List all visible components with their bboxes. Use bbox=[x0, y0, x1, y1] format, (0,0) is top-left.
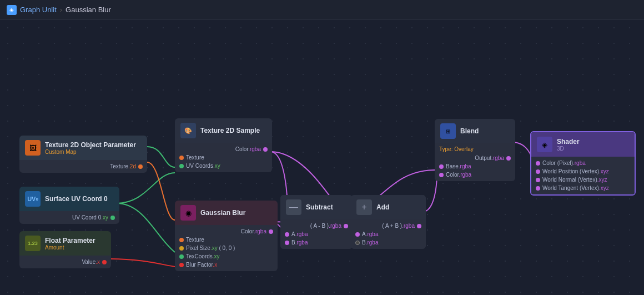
blend-base-label: Base.rgba bbox=[446, 163, 471, 169]
float-param-icon: 1.23 bbox=[25, 236, 41, 251]
add-out-label: ( A + B ).rgba bbox=[382, 223, 415, 229]
add-a-in bbox=[355, 232, 360, 237]
breadcrumb-current: Gaussian Blur bbox=[66, 6, 111, 14]
surface-uv-icon: UV0 bbox=[25, 191, 41, 207]
node-surface-uv[interactable]: UV0 Surface UV Coord 0 UV Coord 0.xy bbox=[19, 187, 119, 224]
texture2d-object-title: Texture 2D Object Parameter bbox=[45, 141, 136, 149]
add-b-in bbox=[355, 241, 360, 245]
texture2d-object-out-port bbox=[138, 164, 143, 169]
gaussian-blur-texture-in bbox=[179, 238, 184, 242]
node-float-parameter[interactable]: 1.23 Float Parameter Amount Value.x bbox=[19, 231, 111, 268]
blend-out-label: Output.rgba bbox=[475, 155, 504, 161]
blend-out bbox=[506, 156, 511, 161]
breadcrumb-root[interactable]: Graph Unlit bbox=[20, 6, 57, 14]
float-param-subtitle: Amount bbox=[45, 244, 95, 251]
surface-uv-out-label: UV Coord 0.xy bbox=[72, 214, 108, 221]
subtract-title: Subtract bbox=[306, 203, 333, 211]
shader-world-normal-in bbox=[536, 178, 540, 182]
float-param-out-port bbox=[102, 260, 107, 264]
subtract-out bbox=[344, 224, 348, 228]
shader-subtitle: 3D bbox=[557, 146, 580, 152]
gaussian-blur-title: Gaussian Blur bbox=[200, 209, 245, 217]
float-param-out-label: Value.x bbox=[82, 259, 100, 265]
node-subtract[interactable]: — Subtract ( A - B ).rgba A.rgba B.rgba bbox=[280, 195, 353, 249]
shader-world-pos-in bbox=[536, 169, 540, 174]
texture-sample-icon: 🎨 bbox=[180, 123, 196, 138]
shader-world-normal-label: World Normal (Vertex).xyz bbox=[542, 177, 607, 183]
node-texture2d-object[interactable]: 🖼 Texture 2D Object Parameter Custom Map… bbox=[19, 136, 147, 173]
texture-sample-uv-in bbox=[179, 164, 184, 168]
gaussian-blur-pixel-in bbox=[179, 246, 184, 251]
blend-color-in bbox=[439, 173, 444, 177]
texture2d-object-out-label: Texture.2d bbox=[110, 163, 136, 169]
shader-world-tangent-label: World Tangent (Vertex).xyz bbox=[542, 185, 609, 191]
graph-icon: ◈ bbox=[7, 5, 17, 15]
shader-world-tangent-in bbox=[536, 186, 540, 191]
texture-sample-color-out bbox=[263, 147, 268, 152]
blend-title: Blend bbox=[460, 127, 479, 135]
texture2d-object-icon: 🖼 bbox=[25, 140, 41, 156]
texture-sample-uv-label: UV Coords.xy bbox=[186, 163, 220, 169]
gaussian-blur-color-out bbox=[269, 229, 273, 234]
add-b-label: B.rgba bbox=[362, 239, 378, 246]
gaussian-blur-color-out-label: Color.rgba bbox=[241, 228, 266, 234]
node-shader[interactable]: ◈ Shader 3D Color (Pixel).rgba World Pos… bbox=[530, 131, 636, 196]
gaussian-blur-texture-label: Texture bbox=[186, 237, 204, 243]
gaussian-blur-blur-in bbox=[179, 263, 184, 267]
texture-sample-color-out-label: Color.rgba bbox=[235, 146, 261, 152]
subtract-b-in bbox=[285, 241, 289, 245]
gaussian-blur-texcoords-label: TexCoords.xy bbox=[186, 253, 220, 259]
node-blend[interactable]: ⊞ Blend Type: Overlay Output.rgba Base.r… bbox=[435, 119, 515, 181]
float-param-title: Float Parameter bbox=[45, 237, 95, 244]
gaussian-blur-texcoords-in bbox=[179, 254, 184, 259]
node-add[interactable]: + Add ( A + B ).rgba A.rgba B.rgba bbox=[351, 195, 426, 249]
surface-uv-out-port bbox=[110, 216, 115, 220]
shader-title: Shader bbox=[557, 138, 580, 146]
gaussian-blur-pixel-label: Pixel Size.xy ( 0, 0 ) bbox=[186, 245, 235, 251]
shader-icon: ◈ bbox=[537, 137, 552, 152]
header: ◈ Graph Unlit › Gaussian Blur bbox=[0, 0, 644, 20]
texture-sample-title: Texture 2D Sample bbox=[200, 127, 260, 134]
gaussian-blur-icon: ◉ bbox=[180, 205, 196, 221]
blend-base-in bbox=[439, 164, 444, 169]
surface-uv-title: Surface UV Coord 0 bbox=[45, 195, 108, 203]
texture-sample-texture-label: Texture bbox=[186, 154, 204, 161]
node-texture-sample[interactable]: 🎨 Texture 2D Sample Color.rgba Texture U… bbox=[175, 118, 272, 172]
subtract-icon: — bbox=[286, 199, 301, 215]
blend-type-label: Type: Overlay bbox=[435, 146, 515, 154]
blend-icon: ⊞ bbox=[440, 123, 456, 139]
blend-color-label: Color.rgba bbox=[446, 172, 471, 178]
breadcrumb-separator: › bbox=[60, 6, 62, 14]
canvas: 🖼 Texture 2D Object Parameter Custom Map… bbox=[0, 20, 644, 295]
subtract-a-in bbox=[285, 232, 289, 237]
gaussian-blur-blur-label: Blur Factor.x bbox=[186, 262, 217, 268]
add-title: Add bbox=[376, 203, 389, 211]
texture2d-object-subtitle: Custom Map bbox=[45, 149, 136, 155]
texture-sample-texture-in bbox=[179, 156, 184, 160]
add-icon: + bbox=[356, 199, 372, 215]
shader-world-pos-label: World Position (Vertex).xyz bbox=[542, 168, 609, 174]
shader-color-pixel-in bbox=[536, 161, 540, 166]
add-out bbox=[417, 224, 421, 228]
node-gaussian-blur[interactable]: ◉ Gaussian Blur Color.rgba Texture Pixel… bbox=[175, 201, 278, 271]
shader-color-pixel-label: Color (Pixel).rgba bbox=[542, 160, 586, 166]
subtract-out-label: ( A - B ).rgba bbox=[310, 223, 341, 229]
subtract-a-label: A.rgba bbox=[291, 231, 308, 237]
add-a-label: A.rgba bbox=[362, 231, 378, 237]
subtract-b-label: B.rgba bbox=[291, 239, 308, 246]
